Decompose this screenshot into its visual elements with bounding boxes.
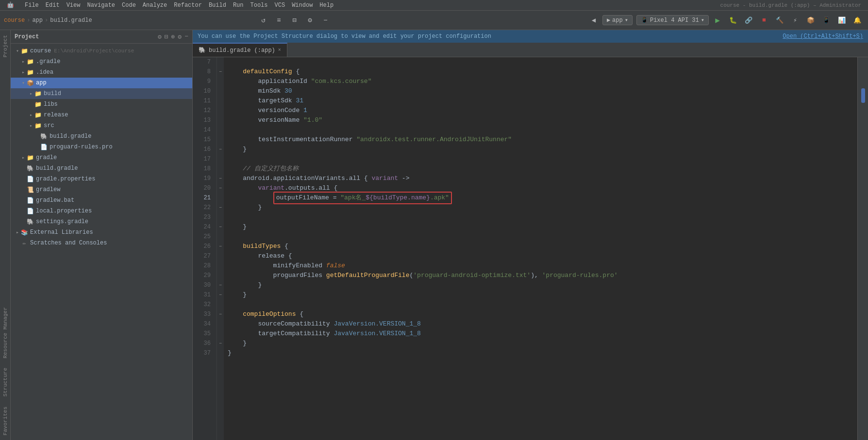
tree-item-scratches[interactable]: ✏️ Scratches and Consoles — [11, 238, 192, 248]
tree-item-gradle-properties[interactable]: 📄 gradle.properties — [11, 174, 192, 184]
debug-button[interactable]: 🐛 — [726, 14, 740, 27]
line-num-30: 30 — [193, 280, 214, 290]
tree-arrow-gradle-dir: ▸ — [20, 59, 26, 65]
panel-config-icon[interactable]: ⚙ — [178, 33, 182, 41]
gutter-31[interactable]: − — [217, 290, 224, 300]
gutter-24[interactable]: − — [217, 222, 224, 232]
gutter-36[interactable]: − — [217, 339, 224, 348]
breadcrumb-file[interactable]: build.gradle — [50, 17, 92, 24]
tree-icon-external: 📚 — [20, 228, 28, 236]
code-content[interactable]: defaultConfig { applicationId "com.kcs.c… — [224, 57, 857, 440]
gutter-8[interactable]: − — [217, 67, 224, 77]
sync-button[interactable]: ↺ — [256, 14, 270, 27]
resource-manager-tab[interactable]: Resource Manager — [1, 304, 9, 361]
tree-item-gradlew[interactable]: 📜 gradlew — [11, 184, 192, 195]
breadcrumb-course[interactable]: course — [4, 17, 25, 24]
line-num-14: 14 — [193, 125, 214, 135]
menu-run[interactable]: Run — [230, 1, 247, 10]
run-button[interactable]: ▶ — [711, 14, 724, 27]
menu-help[interactable]: Help — [317, 1, 336, 10]
avd-manager-button[interactable]: 📱 — [819, 14, 833, 27]
tree-item-app[interactable]: ▾ 📦 app — [11, 78, 192, 88]
menu-build[interactable]: Build — [206, 1, 229, 10]
tree-label-gradle-dir: .gradle — [36, 58, 60, 65]
minimize-button[interactable]: − — [318, 14, 332, 27]
menu-view[interactable]: View — [64, 1, 83, 10]
tree-item-build-gradle[interactable]: 🐘 build.gradle — [11, 163, 192, 174]
tree-item-src[interactable]: ▸ 📁 src — [11, 120, 192, 131]
gradle-sync-button[interactable]: ⚡ — [788, 14, 802, 27]
panel-close-icon[interactable]: − — [184, 33, 188, 40]
profile-button[interactable]: 📊 — [835, 14, 849, 27]
panel-expand-icon[interactable]: ⊕ — [171, 33, 175, 41]
tree-item-release[interactable]: ▸ 📁 release — [11, 110, 192, 120]
tree-label-course: course — [30, 48, 51, 54]
menu-refactor[interactable]: Refactor — [171, 1, 205, 10]
tree-arrow-app: ▾ — [20, 80, 26, 86]
line-num-37: 37 — [193, 348, 214, 358]
tree-item-course[interactable]: ▾ 📁 course E:\Android\Project\course — [11, 46, 192, 56]
tree-icon-bga: 🐘 — [40, 132, 48, 140]
menu-window[interactable]: Window — [289, 1, 316, 10]
collapse-button[interactable]: ⊟ — [287, 14, 301, 27]
tree-label-gbat: gradlew.bat — [36, 197, 74, 204]
gutter-30[interactable]: − — [217, 280, 224, 290]
build-button[interactable]: 🔨 — [773, 14, 786, 27]
gutter-20[interactable]: − — [217, 183, 224, 193]
line-num-17: 17 — [193, 154, 214, 164]
menu-navigate[interactable]: Navigate — [84, 1, 118, 10]
gutter: − − − − − − − — [217, 57, 224, 440]
structure-tab[interactable]: Structure — [1, 365, 9, 399]
editor-tab-build-gradle[interactable]: 🐘 build.gradle (:app) × — [193, 43, 287, 57]
menu-edit[interactable]: Edit — [43, 1, 63, 10]
tree-item-idea-dir[interactable]: ▸ 📁 .idea — [11, 67, 192, 78]
tree-item-gradle-folder[interactable]: ▸ 📁 gradle — [11, 152, 192, 163]
tree-item-local-properties[interactable]: 📄 local.properties — [11, 206, 192, 216]
notifications-button[interactable]: 🔔 — [851, 14, 864, 27]
tree-icon-app: 📦 — [26, 79, 34, 87]
tree-item-build[interactable]: ▸ 📁 build — [11, 88, 192, 99]
menu-file[interactable]: File — [22, 1, 42, 10]
gutter-33[interactable]: − — [217, 310, 224, 319]
tree-item-gradle-dir[interactable]: ▸ 📁 .gradle — [11, 56, 192, 67]
info-bar-link[interactable]: Open (Ctrl+Alt+Shift+S) — [783, 33, 863, 40]
menu-code[interactable]: Code — [119, 1, 139, 10]
gutter-19[interactable]: − — [217, 174, 224, 183]
tree-arrow-gbat — [20, 197, 26, 203]
tree-item-build-gradle-app[interactable]: 🐘 build.gradle — [11, 131, 192, 142]
tree-arrow-libs — [28, 101, 34, 107]
line-numbers: 7 8 9 10 11 12 13 14 15 16 17 18 19 20 2… — [193, 57, 217, 440]
run-config-dropdown[interactable]: ▶ app ▾ — [602, 15, 633, 25]
sdk-manager-button[interactable]: 📦 — [804, 14, 818, 27]
panel-collapse-all-icon[interactable]: ⊟ — [165, 33, 168, 41]
gutter-22[interactable]: − — [217, 203, 224, 212]
menu-analyze[interactable]: Analyze — [140, 1, 170, 10]
tree-item-external-libs[interactable]: ▸ 📚 External Libraries — [11, 227, 192, 238]
tree-item-libs[interactable]: 📁 libs — [11, 99, 192, 110]
gutter-26[interactable]: − — [217, 242, 224, 251]
settings-button[interactable]: ⚙ — [303, 14, 317, 27]
gutter-32 — [217, 300, 224, 310]
stop-button[interactable]: ■ — [757, 14, 771, 27]
tree-arrow-bg — [20, 165, 26, 171]
panel-settings-icon[interactable]: ⚙ — [158, 33, 162, 41]
device-dropdown[interactable]: 📱 Pixel 4 API 31 ▾ — [636, 15, 709, 25]
tree-item-settings-gradle[interactable]: 🐘 settings.gradle — [11, 216, 192, 227]
menu-tools[interactable]: Tools — [248, 1, 271, 10]
favorites-tab[interactable]: Favorites — [1, 404, 9, 438]
gutter-23 — [217, 212, 224, 222]
gutter-35 — [217, 329, 224, 339]
tree-item-gradlew-bat[interactable]: 📄 gradlew.bat — [11, 195, 192, 206]
menu-vcs[interactable]: VCS — [272, 1, 288, 10]
structure-button[interactable]: ≡ — [272, 14, 285, 27]
project-tree[interactable]: ▾ 📁 course E:\Android\Project\course ▸ 📁… — [11, 44, 192, 440]
attach-debugger-button[interactable]: 🔗 — [742, 14, 755, 27]
gutter-27 — [217, 251, 224, 261]
gutter-16[interactable]: − — [217, 145, 224, 154]
code-editor[interactable]: 7 8 9 10 11 12 13 14 15 16 17 18 19 20 2… — [193, 57, 868, 440]
navigate-back-button[interactable]: ◀ — [587, 14, 601, 27]
breadcrumb-app[interactable]: app — [32, 17, 43, 24]
project-panel-tab[interactable]: Project — [1, 32, 9, 60]
tree-item-proguard[interactable]: 📄 proguard-rules.pro — [11, 142, 192, 152]
tab-close-button[interactable]: × — [278, 48, 281, 53]
